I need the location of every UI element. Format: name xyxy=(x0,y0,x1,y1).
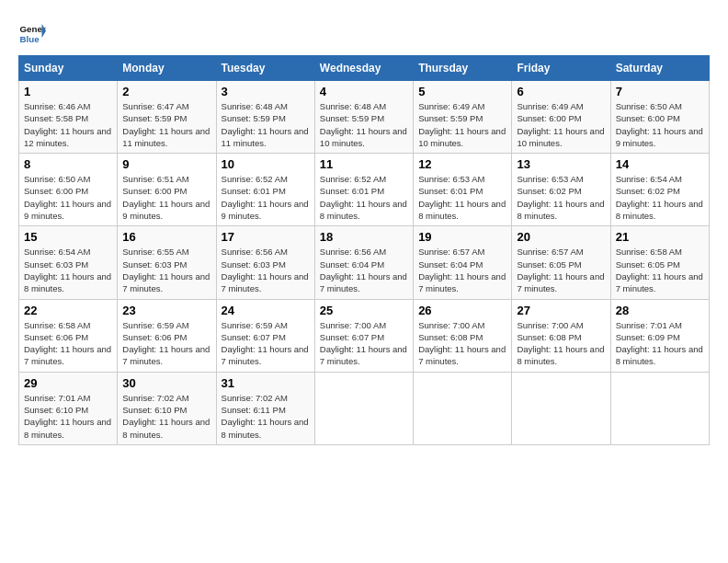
day-cell-21: 21 Sunrise: 6:58 AMSunset: 6:05 PMDaylig… xyxy=(610,226,709,299)
day-number: 26 xyxy=(418,304,506,317)
col-header-wednesday: Wednesday xyxy=(314,56,413,81)
day-info: Sunrise: 6:57 AMSunset: 6:04 PMDaylight:… xyxy=(418,246,506,294)
day-info: Sunrise: 6:55 AMSunset: 6:03 PMDaylight:… xyxy=(122,246,210,294)
day-info: Sunrise: 6:46 AMSunset: 5:58 PMDaylight:… xyxy=(24,100,112,149)
day-number: 8 xyxy=(24,157,112,171)
day-number: 14 xyxy=(616,157,704,171)
day-cell-26: 26 Sunrise: 7:00 AMSunset: 6:08 PMDaylig… xyxy=(414,299,512,372)
day-number: 30 xyxy=(122,376,210,390)
day-number: 25 xyxy=(320,304,408,317)
week-row-5: 29 Sunrise: 7:01 AMSunset: 6:10 PMDaylig… xyxy=(19,372,710,444)
day-number: 27 xyxy=(517,304,605,317)
day-cell-12: 12 Sunrise: 6:53 AMSunset: 6:01 PMDaylig… xyxy=(414,154,512,226)
page-header: General Blue xyxy=(18,18,710,46)
day-number: 22 xyxy=(24,304,112,317)
day-cell-27: 27 Sunrise: 7:00 AMSunset: 6:08 PMDaylig… xyxy=(512,299,610,372)
day-number: 21 xyxy=(616,230,704,244)
day-cell-18: 18 Sunrise: 6:56 AMSunset: 6:04 PMDaylig… xyxy=(314,226,413,299)
day-info: Sunrise: 6:51 AMSunset: 6:00 PMDaylight:… xyxy=(122,173,210,222)
day-number: 20 xyxy=(517,230,605,244)
day-number: 2 xyxy=(122,85,210,98)
day-number: 17 xyxy=(222,230,310,244)
col-header-monday: Monday xyxy=(118,56,216,81)
day-info: Sunrise: 6:57 AMSunset: 6:05 PMDaylight:… xyxy=(517,246,605,294)
day-number: 15 xyxy=(24,230,112,244)
day-cell-14: 14 Sunrise: 6:54 AMSunset: 6:02 PMDaylig… xyxy=(610,154,709,226)
day-number: 19 xyxy=(418,230,506,244)
week-row-4: 22 Sunrise: 6:58 AMSunset: 6:06 PMDaylig… xyxy=(19,299,710,372)
empty-cell xyxy=(512,372,610,444)
day-cell-31: 31 Sunrise: 7:02 AMSunset: 6:11 PMDaylig… xyxy=(216,372,314,444)
empty-cell xyxy=(314,372,413,444)
day-cell-16: 16 Sunrise: 6:55 AMSunset: 6:03 PMDaylig… xyxy=(118,226,216,299)
day-info: Sunrise: 6:48 AMSunset: 5:59 PMDaylight:… xyxy=(222,100,310,149)
day-info: Sunrise: 6:47 AMSunset: 5:59 PMDaylight:… xyxy=(122,100,210,149)
empty-cell xyxy=(414,372,512,444)
header-row: SundayMondayTuesdayWednesdayThursdayFrid… xyxy=(19,56,710,81)
day-info: Sunrise: 6:49 AMSunset: 5:59 PMDaylight:… xyxy=(418,100,506,149)
logo-icon: General Blue xyxy=(18,18,46,46)
day-number: 9 xyxy=(122,157,210,171)
day-number: 23 xyxy=(122,304,210,317)
day-info: Sunrise: 6:50 AMSunset: 6:00 PMDaylight:… xyxy=(616,100,704,149)
day-number: 28 xyxy=(616,304,704,317)
day-cell-7: 7 Sunrise: 6:50 AMSunset: 6:00 PMDayligh… xyxy=(610,81,709,154)
day-cell-28: 28 Sunrise: 7:01 AMSunset: 6:09 PMDaylig… xyxy=(610,299,709,372)
day-info: Sunrise: 6:54 AMSunset: 6:03 PMDaylight:… xyxy=(24,246,112,294)
day-number: 6 xyxy=(517,85,605,98)
day-info: Sunrise: 6:52 AMSunset: 6:01 PMDaylight:… xyxy=(222,173,310,222)
day-cell-2: 2 Sunrise: 6:47 AMSunset: 5:59 PMDayligh… xyxy=(118,81,216,154)
col-header-friday: Friday xyxy=(512,56,610,81)
logo: General Blue xyxy=(18,18,46,46)
col-header-saturday: Saturday xyxy=(610,56,709,81)
day-number: 18 xyxy=(320,230,408,244)
day-number: 31 xyxy=(222,376,310,390)
week-row-2: 8 Sunrise: 6:50 AMSunset: 6:00 PMDayligh… xyxy=(19,154,710,226)
day-number: 13 xyxy=(517,157,605,171)
day-info: Sunrise: 7:02 AMSunset: 6:11 PMDaylight:… xyxy=(222,392,310,441)
day-cell-13: 13 Sunrise: 6:53 AMSunset: 6:02 PMDaylig… xyxy=(512,154,610,226)
day-info: Sunrise: 7:00 AMSunset: 6:08 PMDaylight:… xyxy=(517,319,605,368)
week-row-1: 1 Sunrise: 6:46 AMSunset: 5:58 PMDayligh… xyxy=(19,81,710,154)
day-info: Sunrise: 7:02 AMSunset: 6:10 PMDaylight:… xyxy=(122,392,210,441)
day-number: 1 xyxy=(24,85,112,98)
day-cell-29: 29 Sunrise: 7:01 AMSunset: 6:10 PMDaylig… xyxy=(19,372,118,444)
day-number: 11 xyxy=(320,157,408,171)
day-cell-22: 22 Sunrise: 6:58 AMSunset: 6:06 PMDaylig… xyxy=(19,299,118,372)
day-number: 12 xyxy=(418,157,506,171)
day-info: Sunrise: 6:54 AMSunset: 6:02 PMDaylight:… xyxy=(616,173,704,222)
day-number: 10 xyxy=(222,157,310,171)
col-header-thursday: Thursday xyxy=(414,56,512,81)
day-cell-10: 10 Sunrise: 6:52 AMSunset: 6:01 PMDaylig… xyxy=(216,154,314,226)
day-cell-30: 30 Sunrise: 7:02 AMSunset: 6:10 PMDaylig… xyxy=(118,372,216,444)
day-cell-15: 15 Sunrise: 6:54 AMSunset: 6:03 PMDaylig… xyxy=(19,226,118,299)
day-cell-24: 24 Sunrise: 6:59 AMSunset: 6:07 PMDaylig… xyxy=(216,299,314,372)
day-number: 16 xyxy=(122,230,210,244)
day-number: 24 xyxy=(222,304,310,317)
day-cell-20: 20 Sunrise: 6:57 AMSunset: 6:05 PMDaylig… xyxy=(512,226,610,299)
day-info: Sunrise: 6:49 AMSunset: 6:00 PMDaylight:… xyxy=(517,100,605,149)
day-info: Sunrise: 7:01 AMSunset: 6:09 PMDaylight:… xyxy=(616,319,704,368)
col-header-sunday: Sunday xyxy=(19,56,118,81)
day-info: Sunrise: 6:53 AMSunset: 6:01 PMDaylight:… xyxy=(418,173,506,222)
day-info: Sunrise: 6:50 AMSunset: 6:00 PMDaylight:… xyxy=(24,173,112,222)
svg-text:Blue: Blue xyxy=(20,34,40,44)
day-info: Sunrise: 6:59 AMSunset: 6:07 PMDaylight:… xyxy=(222,319,310,368)
day-cell-4: 4 Sunrise: 6:48 AMSunset: 5:59 PMDayligh… xyxy=(314,81,413,154)
col-header-tuesday: Tuesday xyxy=(216,56,314,81)
day-info: Sunrise: 7:00 AMSunset: 6:07 PMDaylight:… xyxy=(320,319,408,368)
day-cell-9: 9 Sunrise: 6:51 AMSunset: 6:00 PMDayligh… xyxy=(118,154,216,226)
day-info: Sunrise: 7:01 AMSunset: 6:10 PMDaylight:… xyxy=(24,392,112,441)
day-info: Sunrise: 6:58 AMSunset: 6:06 PMDaylight:… xyxy=(24,319,112,368)
day-info: Sunrise: 6:56 AMSunset: 6:04 PMDaylight:… xyxy=(320,246,408,294)
day-cell-11: 11 Sunrise: 6:52 AMSunset: 6:01 PMDaylig… xyxy=(314,154,413,226)
day-cell-19: 19 Sunrise: 6:57 AMSunset: 6:04 PMDaylig… xyxy=(414,226,512,299)
day-cell-1: 1 Sunrise: 6:46 AMSunset: 5:58 PMDayligh… xyxy=(19,81,118,154)
day-cell-3: 3 Sunrise: 6:48 AMSunset: 5:59 PMDayligh… xyxy=(216,81,314,154)
week-row-3: 15 Sunrise: 6:54 AMSunset: 6:03 PMDaylig… xyxy=(19,226,710,299)
day-cell-8: 8 Sunrise: 6:50 AMSunset: 6:00 PMDayligh… xyxy=(19,154,118,226)
day-info: Sunrise: 6:59 AMSunset: 6:06 PMDaylight:… xyxy=(122,319,210,368)
day-cell-17: 17 Sunrise: 6:56 AMSunset: 6:03 PMDaylig… xyxy=(216,226,314,299)
day-cell-25: 25 Sunrise: 7:00 AMSunset: 6:07 PMDaylig… xyxy=(314,299,413,372)
day-number: 7 xyxy=(616,85,704,98)
